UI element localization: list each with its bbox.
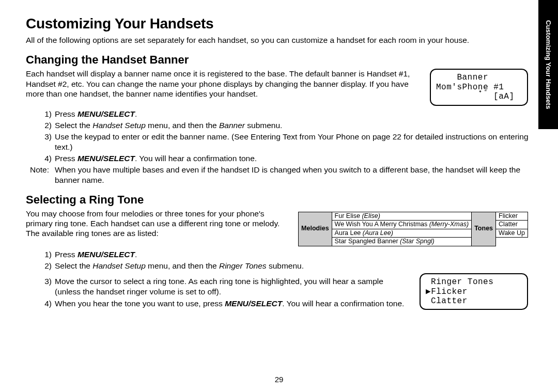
step-body: Press MENU/SELECT.: [55, 249, 532, 260]
step-body: Use the keypad to enter or edit the bann…: [55, 132, 532, 152]
ringtone-steps-top: 1)Press MENU/SELECT.2)Select the Handset…: [26, 249, 532, 271]
step-item: 1)Press MENU/SELECT.: [26, 249, 532, 260]
step-item: 4)Press MENU/SELECT. You will hear a con…: [26, 153, 532, 164]
step-item: 2)Select the Handset Setup menu, and the…: [26, 120, 532, 131]
tone-cell-empty: [496, 238, 528, 246]
banner-note: Note: When you have multiple bases and e…: [26, 165, 532, 185]
step-number: 4): [26, 299, 55, 309]
melody-cell: Star Spangled Banner (Star Spngl): [332, 238, 472, 246]
tone-cell: Wake Up: [496, 229, 528, 238]
step-number: 2): [26, 261, 55, 271]
step-body: Select the Handset Setup menu, and then …: [55, 261, 532, 271]
tone-cell: Flicker: [496, 212, 528, 221]
step-number: 3): [26, 276, 55, 297]
step-number: 3): [26, 132, 55, 152]
ringtone-paragraph: You may choose from four melodies or thr…: [26, 209, 289, 239]
banner-paragraph: Each handset will display a banner name …: [26, 69, 420, 99]
step-number: 2): [26, 120, 55, 131]
step-body: When you hear the tone you want to use, …: [55, 299, 409, 309]
intro-paragraph: All of the following options are set sep…: [26, 35, 522, 45]
side-tab-text: Customizing Your Handsets: [545, 20, 552, 109]
lcd-ringer-display: Ringer Tones ▶Flicker Clatter: [420, 273, 528, 310]
step-number: 4): [26, 153, 55, 164]
step-item: 1)Press MENU/SELECT.: [26, 109, 532, 119]
step-item: 3)Use the keypad to enter or edit the ba…: [26, 132, 532, 152]
tones-header: Tones: [472, 212, 496, 246]
step-body: Press MENU/SELECT. You will hear a confi…: [55, 153, 532, 164]
page-number: 29: [0, 375, 558, 384]
step-item: 3)Move the cursor to select a ring tone.…: [26, 276, 409, 297]
heading-changing-banner: Changing the Handset Banner: [26, 53, 532, 67]
side-tab: Customizing Your Handsets: [538, 0, 558, 129]
step-body: Move the cursor to select a ring tone. A…: [55, 276, 409, 297]
note-label: Note:: [26, 165, 55, 185]
step-number: 1): [26, 109, 55, 119]
tone-cell: Clatter: [496, 221, 528, 229]
page-title: Customizing Your Handsets: [26, 15, 532, 32]
step-body: Select the Handset Setup menu, and then …: [55, 120, 532, 131]
step-item: 4)When you hear the tone you want to use…: [26, 299, 409, 309]
ringtone-table: Melodies Fur Elise (Elise) Tones Flicker…: [298, 212, 528, 247]
melodies-header: Melodies: [299, 212, 332, 246]
banner-steps-list: 1)Press MENU/SELECT.2)Select the Handset…: [26, 109, 532, 164]
lcd-banner-display: Banner Mom'sPhon̟e̠ #1 [aA]: [430, 69, 528, 105]
melody-cell: Aura Lee (Aura Lee): [332, 229, 472, 238]
note-body: When you have multiple bases and even if…: [55, 165, 532, 185]
heading-selecting-ring-tone: Selecting a Ring Tone: [26, 193, 532, 207]
step-item: 2)Select the Handset Setup menu, and the…: [26, 261, 532, 271]
step-number: 1): [26, 249, 55, 260]
ringtone-steps-bottom: 3)Move the cursor to select a ring tone.…: [26, 276, 409, 308]
melody-cell: Fur Elise (Elise): [332, 212, 472, 221]
step-body: Press MENU/SELECT.: [55, 109, 532, 119]
melody-cell: We Wish You A Merry Christmas (Merry-Xma…: [332, 221, 472, 229]
